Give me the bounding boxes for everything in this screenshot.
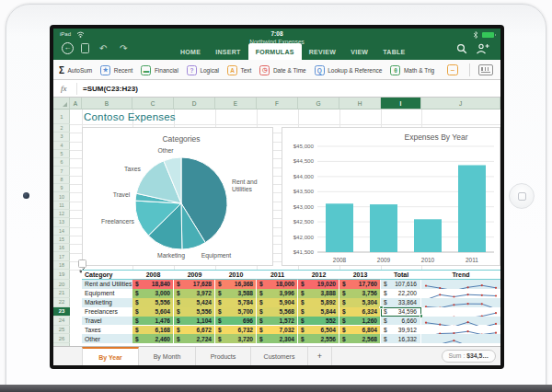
table-cell-2013[interactable]: $5,304 [339,298,381,307]
ribbon-item-text[interactable]: AText [227,65,251,75]
table-cell-category[interactable]: Taxes [82,326,132,335]
table-cell-category[interactable]: Other [82,334,132,343]
table-cell-2012[interactable]: $5,844 [298,307,339,317]
table-cell-category[interactable]: Travel [82,317,132,326]
table-cell-2013[interactable]: $6,804 [339,326,381,335]
table-cell-2011[interactable]: $5,904 [257,298,298,307]
column-header-A[interactable]: A [70,98,82,110]
home-button[interactable] [509,183,535,209]
row-header-26[interactable]: 26 [53,335,70,344]
sheet-tab-by-month[interactable]: By Month [139,347,196,365]
table-cell-total[interactable]: $22,200 [381,289,421,298]
table-cell-trend[interactable] [421,307,500,317]
table-cell-2010[interactable]: $5,700 [215,307,257,317]
column-header-E[interactable]: E [215,98,257,110]
table-cell-2013[interactable]: $2,568 [339,334,381,343]
table-cell-2013[interactable]: $6,324 [339,307,381,317]
column-header-C[interactable]: C [132,98,174,110]
row-header-2[interactable]: 2 [53,124,70,133]
table-cell-2012[interactable]: $2,556 [298,334,339,343]
tab-view[interactable]: VIEW [343,45,375,60]
bar-2011[interactable] [458,166,486,253]
row-header-7[interactable]: 7 [53,167,70,176]
row-header-24[interactable]: 24 [53,317,70,326]
tab-formulas[interactable]: FORMULAS [248,43,302,60]
table-cell-trend[interactable] [421,289,500,298]
table-cell-2013[interactable]: $17,760 [339,280,381,289]
table-cell-2008[interactable]: $18,840 [132,280,174,289]
ribbon-item-date-time[interactable]: ◷Date & Time [259,65,305,75]
table-cell-trend[interactable] [421,334,500,343]
row-header-10[interactable]: 10 [53,192,70,201]
table-cell-2013[interactable]: $3,756 [339,289,381,298]
table-cell-2010[interactable]: $696 [215,317,257,326]
table-cell-2008[interactable]: $1,476 [132,317,174,326]
table-cell-trend[interactable] [421,317,500,326]
table-cell-trend[interactable] [421,280,500,289]
table-cell-total[interactable]: $33,864 [381,298,421,307]
table-cell-2009[interactable]: $2,724 [174,334,215,343]
table-cell-2012[interactable]: $19,020 [298,280,339,289]
table-cell-2011[interactable]: $5,568 [257,307,298,317]
table-cell-total[interactable]: $107,616 [381,280,421,289]
ribbon-item-math-trig[interactable]: θMath & Trig [390,65,434,75]
row-header-20[interactable]: 20 [53,280,70,289]
table-cell-total[interactable]: $16,332 [381,334,421,343]
row-header-15[interactable]: 15 [53,236,70,244]
tab-insert[interactable]: INSERT [208,45,247,60]
chart-resize-handle[interactable] [78,259,86,268]
table-cell-2008[interactable]: $3,000 [132,289,174,298]
row-header-13[interactable]: 13 [53,218,70,226]
table-cell-2010[interactable]: $16,368 [215,280,257,289]
row-header-12[interactable]: 12 [53,210,70,218]
table-cell-total[interactable]: $6,660 [381,317,421,326]
row-header-3[interactable]: 3 [53,133,70,141]
sheet-tab-products[interactable]: Products [196,347,251,365]
new-document-button[interactable] [81,43,89,53]
table-cell-2009[interactable]: $17,628 [174,280,215,289]
formula-text[interactable]: =SUM(C23:H23) [83,85,138,93]
row-header-9[interactable]: 9 [53,184,70,192]
table-cell-2010[interactable]: $5,784 [215,298,257,307]
selection-handle-bottom-right[interactable] [420,314,424,318]
bar-chart[interactable]: $41,500$42,000$42,500$43,000$43,500$44,0… [282,127,500,266]
row-header-1[interactable]: 1 [53,110,70,124]
table-cell-2011[interactable]: $1,572 [257,317,298,326]
row-header-11[interactable]: 11 [53,202,70,210]
row-header-14[interactable]: 14 [53,227,70,236]
search-icon[interactable] [456,43,467,54]
table-cell-trend[interactable] [421,326,500,335]
ribbon-item-logical[interactable]: ?Logical [187,65,219,75]
bar-2009[interactable] [370,204,397,252]
row-header-25[interactable]: 25 [53,326,70,335]
ribbon-item-lookup-reference[interactable]: QLookup & Reference [315,65,383,75]
select-all-corner[interactable] [53,98,70,110]
table-cell-2010[interactable]: $3,720 [215,334,257,343]
row-header-5[interactable]: 5 [53,150,70,158]
column-header-G[interactable]: G [298,98,339,110]
table-cell-2013[interactable]: $1,260 [339,317,381,326]
table-cell-total[interactable]: $39,912 [381,326,421,335]
table-cell-category[interactable]: Equipment [82,289,132,298]
add-sheet-button[interactable]: + [308,347,332,365]
row-header-23[interactable]: 23 [53,307,70,317]
selected-cell-outline[interactable] [381,307,421,317]
table-cell-category[interactable]: Freelancers [82,307,132,317]
table-cell-trend[interactable] [421,298,500,307]
column-header-I[interactable]: I [381,98,421,110]
table-cell-2012[interactable]: $3,888 [298,289,339,298]
redo-button[interactable]: ↷ [120,42,127,54]
row-header-4[interactable]: 4 [53,142,70,150]
ribbon-item-recent[interactable]: ★Recent [100,65,132,75]
table-cell-2011[interactable]: $7,032 [257,326,298,335]
row-header-8[interactable]: 8 [53,176,70,184]
more-functions-button[interactable]: – [447,64,458,75]
table-cell-2010[interactable]: $6,732 [215,326,257,335]
column-header-F[interactable]: F [257,98,298,110]
selection-handle-top-left[interactable] [379,306,384,310]
table-cell-2008[interactable]: $2,460 [132,334,174,343]
sheet-title-cell[interactable]: Contoso Expenses [84,111,176,122]
undo-button[interactable]: ↶ [99,42,107,54]
table-cell-category[interactable]: Rent and Utilities [82,280,132,289]
pie-chart[interactable]: CategoriesRent andUtilitiesEquipmentMark… [82,127,273,266]
